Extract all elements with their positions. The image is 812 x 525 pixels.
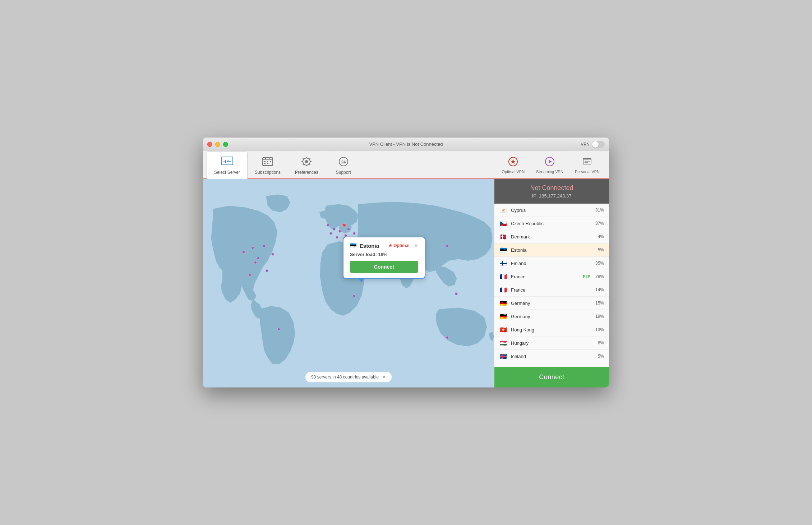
- maximize-button[interactable]: [223, 142, 228, 147]
- svg-rect-10: [267, 161, 268, 162]
- tab-support[interactable]: 24 Support: [326, 151, 361, 178]
- map-dot[interactable]: [327, 224, 329, 227]
- list-item[interactable]: 🇩🇰 Denmark 4%: [494, 230, 609, 243]
- map-dot[interactable]: [338, 230, 341, 233]
- map-dot[interactable]: [266, 269, 268, 272]
- server-name: Czech Republic: [511, 221, 592, 226]
- tab-subscriptions-label: Subscriptions: [255, 170, 281, 175]
- map-dot[interactable]: [257, 257, 260, 260]
- map-dot[interactable]: [263, 245, 266, 247]
- tab-personal-vpn-label: Personal VPN: [575, 169, 600, 174]
- vpn-toggle[interactable]: [592, 141, 605, 148]
- subscriptions-icon: [261, 155, 274, 168]
- map-dot-estonia[interactable]: [342, 223, 346, 227]
- map-dot[interactable]: [248, 274, 251, 277]
- svg-rect-11: [270, 161, 271, 162]
- preferences-icon: [300, 155, 313, 168]
- optimal-vpn-icon: [508, 156, 518, 168]
- main-window: VPN Client - VPN is Not Connected VPN: [203, 138, 609, 387]
- close-button[interactable]: [207, 142, 212, 147]
- server-load: 31%: [592, 208, 604, 213]
- list-item[interactable]: 🇩🇪 Germany 15%: [494, 297, 609, 310]
- list-item[interactable]: 🇫🇷 France 14%: [494, 283, 609, 297]
- server-flag: 🇫🇷: [499, 274, 507, 279]
- connection-status: Not Connected: [499, 184, 604, 192]
- minimize-button[interactable]: [215, 142, 220, 147]
- map-dot[interactable]: [353, 294, 356, 297]
- svg-rect-12: [264, 163, 266, 164]
- list-item[interactable]: 🇩🇪 Germany 19%: [494, 310, 609, 323]
- svg-line-5: [227, 161, 229, 162]
- server-flag: 🇩🇪: [499, 313, 507, 319]
- vpn-toggle-label: VPN: [581, 142, 590, 147]
- map-dot[interactable]: [242, 251, 245, 254]
- map-area[interactable]: 🇪🇪 Estonia ★ Optimal ✕ Server load: 18% …: [203, 179, 494, 387]
- popup-country: 🇪🇪 Estonia: [350, 242, 379, 249]
- list-item[interactable]: 🇭🇰 Hong Kong 13%: [494, 323, 609, 336]
- map-dot[interactable]: [254, 261, 257, 264]
- map-dot[interactable]: [353, 232, 356, 235]
- server-popup: 🇪🇪 Estonia ★ Optimal ✕ Server load: 18% …: [343, 237, 425, 279]
- tab-preferences[interactable]: Preferences: [288, 151, 326, 178]
- list-item[interactable]: 🇫🇷 France P2P 28%: [494, 270, 609, 283]
- tab-personal-vpn[interactable]: Personal VPN: [569, 151, 605, 178]
- popup-country-name: Estonia: [360, 243, 379, 249]
- map-dot[interactable]: [336, 236, 338, 239]
- tab-optimal-vpn[interactable]: Optimal VPN: [496, 151, 531, 178]
- server-name: Estonia: [511, 247, 592, 253]
- popup-header: 🇪🇪 Estonia ★ Optimal ✕: [350, 242, 418, 249]
- server-name: Hong Kong: [511, 327, 592, 333]
- server-name: Finland: [511, 261, 592, 266]
- traffic-lights: [207, 142, 228, 147]
- personal-vpn-icon: [582, 156, 592, 168]
- tab-preferences-label: Preferences: [295, 170, 318, 175]
- list-item[interactable]: 🇨🇾 Cyprus 31%: [494, 204, 609, 217]
- map-dot[interactable]: [446, 245, 449, 247]
- connect-button[interactable]: Connect: [494, 367, 609, 387]
- support-icon: 24: [337, 155, 350, 168]
- map-dot[interactable]: [446, 336, 449, 339]
- tab-subscriptions[interactable]: Subscriptions: [248, 151, 288, 178]
- server-flag: 🇨🇿: [499, 220, 507, 226]
- popup-close-button[interactable]: ✕: [414, 243, 418, 248]
- server-name: Germany: [511, 301, 592, 306]
- server-tag: P2P: [583, 274, 590, 279]
- popup-connect-button[interactable]: Connect: [350, 261, 418, 273]
- list-item[interactable]: 🇪🇪 Estonia 5%: [494, 243, 609, 257]
- list-item[interactable]: 🇭🇺 Hungary 6%: [494, 336, 609, 350]
- server-flag: 🇩🇰: [499, 234, 507, 240]
- server-flag: 🇫🇷: [499, 287, 507, 293]
- map-dot[interactable]: [455, 292, 458, 295]
- server-flag: 🇩🇪: [499, 300, 507, 306]
- map-dot[interactable]: [329, 232, 332, 235]
- map-dot[interactable]: [333, 228, 336, 231]
- server-load: 35%: [592, 261, 604, 266]
- streaming-vpn-icon: [544, 156, 555, 168]
- list-item[interactable]: 🇮🇸 Iceland 5%: [494, 350, 609, 363]
- popup-optimal-label: Optimal: [393, 243, 410, 248]
- svg-line-25: [303, 164, 304, 165]
- status-close-button[interactable]: ✕: [382, 375, 386, 380]
- map-dot[interactable]: [271, 253, 274, 256]
- svg-line-23: [309, 164, 310, 165]
- tab-select-server-label: Select Server: [214, 170, 240, 175]
- server-load: 13%: [592, 327, 604, 332]
- server-load: 14%: [592, 287, 604, 292]
- list-item[interactable]: 🇫🇮 Finland 35%: [494, 257, 609, 270]
- map-dot[interactable]: [251, 246, 254, 249]
- server-list[interactable]: 🇨🇾 Cyprus 31% 🇨🇿 Czech Republic 37% 🇩🇰 D…: [494, 204, 609, 367]
- server-name: Germany: [511, 314, 592, 319]
- map-dot[interactable]: [277, 328, 280, 331]
- svg-rect-13: [267, 163, 268, 164]
- server-load: 19%: [592, 314, 604, 319]
- tab-support-label: Support: [336, 170, 351, 175]
- window-title: VPN Client - VPN is Not Connected: [369, 141, 443, 147]
- tab-streaming-vpn[interactable]: Streaming VPN: [530, 151, 569, 178]
- tab-streaming-vpn-label: Streaming VPN: [536, 169, 563, 174]
- list-item[interactable]: 🇨🇿 Czech Republic 37%: [494, 217, 609, 230]
- server-flag: 🇨🇾: [499, 207, 507, 213]
- status-text: 90 servers in 48 countries available: [311, 375, 379, 380]
- map-dot[interactable]: [347, 228, 350, 231]
- vpn-toggle-area: VPN: [581, 141, 605, 148]
- tab-select-server[interactable]: Select Server: [207, 151, 248, 179]
